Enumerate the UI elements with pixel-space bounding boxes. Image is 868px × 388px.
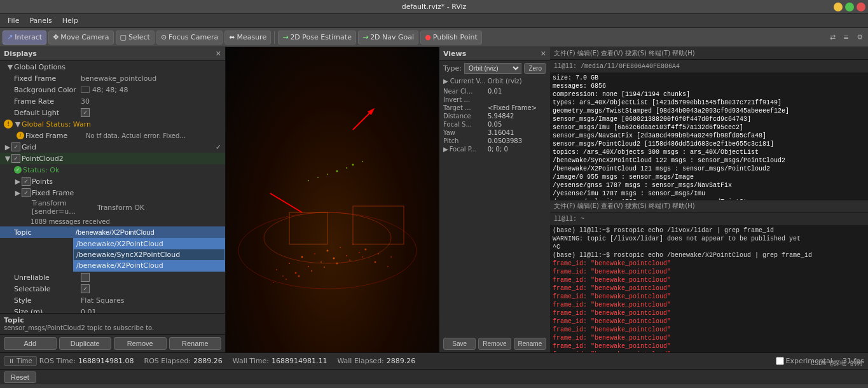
menu-file[interactable]: File	[3, 15, 24, 26]
points-check[interactable]: ✓	[22, 177, 31, 186]
view-prop-distance: Distance 5.94842	[443, 112, 546, 120]
svg-point-25	[324, 267, 325, 268]
distance-label: Distance	[443, 113, 488, 120]
tree-item-fixed-frame-warn[interactable]: ! Fixed Frame No tf data. Actual error: …	[0, 130, 225, 141]
terminal-line-t5: sensor_msgs/NavSatFix [2d3a8cd499b9b4a02…	[553, 132, 865, 140]
experimental-checkbox[interactable]	[776, 357, 784, 365]
svg-point-21	[273, 282, 274, 283]
topic-label: Fixed Frame	[32, 189, 224, 197]
pc2-check[interactable]: ✓	[11, 154, 20, 163]
measure-tool[interactable]: ⬌ Measure	[224, 31, 271, 45]
warn-icon: !	[4, 120, 13, 128]
remove-view-button[interactable]: Remove	[478, 338, 511, 350]
default-light-label: Default Light	[14, 109, 81, 117]
tree-item-topic-selected[interactable]: Topic	[0, 226, 225, 238]
move-camera-tool[interactable]: ✥ Move Camera	[48, 31, 113, 45]
toolbar-extra-icon3[interactable]: ⚙	[854, 32, 865, 43]
terminal-line-size: size: 7.0 GB	[553, 74, 865, 82]
displays-panel-close[interactable]: ✕	[216, 50, 221, 58]
focal-s-value[interactable]: 0.05	[488, 121, 502, 128]
interact-tool[interactable]: ↗ Interact	[3, 31, 46, 45]
add-button[interactable]: Add	[4, 337, 57, 350]
tree-item-status-ok: ✓ Status: Ok	[0, 164, 225, 176]
rename-button[interactable]: Rename	[169, 337, 222, 350]
select-icon: ▢	[120, 33, 127, 41]
pose-estimate-tool[interactable]: → 2D Pose Estimate	[278, 31, 356, 45]
interact-icon: ↗	[7, 33, 13, 41]
near-cl-label: Near Cl...	[443, 88, 488, 95]
minimize-btn[interactable]	[834, 3, 843, 11]
fixed-frame-value[interactable]: benewake_pointcloud	[81, 74, 156, 83]
pitch-value[interactable]: 0.0503983	[488, 137, 522, 144]
tree-item-grid[interactable]: ▶ ✓ Grid ✓	[0, 141, 225, 153]
dropdown-item-2[interactable]: /benewake/SyncX2PointCloud	[74, 249, 224, 260]
tree-item-topic[interactable]: ▶ ✓ Fixed Frame	[0, 187, 225, 198]
terminal-b-line2: WARNING: topic [/livox/lidar] does not a…	[553, 235, 865, 243]
topic-check[interactable]: ✓	[22, 188, 31, 197]
yaw-value[interactable]: 3.16041	[488, 129, 514, 136]
tree-item-points[interactable]: ▶ ✓ Points	[0, 176, 225, 187]
frame-rate-value[interactable]: 30	[81, 97, 90, 106]
dropdown-item-1[interactable]: /benewake/X2PointCloud	[74, 239, 224, 249]
tree-item-global-status[interactable]: ! ▼ Global Status: Warn	[0, 118, 225, 130]
tree-item-bg-color[interactable]: Background Color 48; 48; 48	[0, 84, 225, 95]
view-prop-focal-s: Focal S... 0.05	[443, 120, 546, 128]
tree-item-global-options[interactable]: ▼ Global Options	[0, 61, 225, 73]
select-tool[interactable]: ▢ Select	[116, 31, 155, 45]
reset-button[interactable]: Reset	[4, 371, 36, 383]
tree-item-fixed-frame[interactable]: Fixed Frame benewake_pointcloud	[0, 73, 225, 84]
pc2-label: PointCloud2	[22, 155, 224, 163]
tree-item-style[interactable]: Style Flat Squares	[0, 294, 225, 306]
current-view-header[interactable]: ▶ Current V... Orbit (rviz)	[443, 78, 546, 85]
size-value[interactable]: 0.01	[81, 308, 97, 314]
focus-camera-icon: ⊙	[161, 33, 167, 41]
nav-goal-tool[interactable]: → 2D Nav Goal	[358, 31, 418, 45]
tree-item-unreliable[interactable]: Unreliable	[0, 272, 225, 283]
move-camera-icon: ✥	[53, 33, 59, 41]
terminal-line-image: /image/0 955 msgs : sensor_msgs/Image	[553, 173, 865, 181]
maximize-btn[interactable]	[845, 3, 854, 11]
views-close[interactable]: ✕	[541, 50, 546, 58]
bg-color-swatch[interactable]	[81, 87, 90, 93]
style-value[interactable]: Flat Squares	[81, 296, 124, 305]
save-view-button[interactable]: Save	[443, 338, 476, 350]
unreliable-check[interactable]	[81, 273, 90, 282]
tree-item-default-light[interactable]: Default Light ✓	[0, 107, 225, 118]
fixed-frame-warn-value: No tf data. Actual error: Fixed F...	[86, 132, 188, 139]
tree-item-frame-rate[interactable]: Frame Rate 30	[0, 95, 225, 107]
terminal-b-line8: frame_id: "benewake_pointcloud"	[553, 284, 865, 293]
zero-button[interactable]: Zero	[524, 63, 546, 74]
view-prop-focal-p: ▶ Focal P... 0; 0; 0	[443, 145, 546, 153]
selectable-check[interactable]: ✓	[81, 284, 90, 293]
close-btn[interactable]	[857, 3, 865, 11]
rename-view-button[interactable]: Rename	[514, 338, 546, 350]
terminal-b-line6: frame_id: "benewake_pointcloud"	[553, 268, 865, 276]
tree-item-pointcloud2[interactable]: ▼ ✓ PointCloud2	[0, 153, 225, 164]
fixed-frame-warn-label: Fixed Frame	[25, 132, 86, 140]
duplicate-button[interactable]: Duplicate	[59, 337, 112, 350]
svg-point-15	[320, 261, 322, 263]
near-cl-value[interactable]: 0.01	[488, 88, 502, 95]
topic-dropdown[interactable]: /benewake/X2PointCloud /benewake/SyncX2P…	[73, 238, 225, 272]
menu-help[interactable]: Help	[57, 15, 83, 26]
topic-input[interactable]	[74, 228, 179, 236]
svg-point-33	[346, 167, 347, 169]
tree-item-size[interactable]: Size (m) 0.01	[0, 306, 225, 313]
focal-p-arrow[interactable]: ▶	[443, 146, 448, 153]
menu-panels[interactable]: Panels	[24, 15, 57, 26]
svg-point-24	[311, 270, 312, 272]
distance-value[interactable]: 5.94842	[488, 113, 514, 120]
default-light-check[interactable]: ✓	[81, 108, 90, 117]
toolbar-extra-icon1[interactable]: ⇄	[827, 32, 838, 43]
publish-point-tool[interactable]: ● Publish Point	[420, 31, 482, 45]
remove-button[interactable]: Remove	[114, 337, 167, 350]
focus-camera-tool[interactable]: ⊙ Focus Camera	[156, 31, 223, 45]
svg-point-27	[349, 260, 350, 261]
grid-check[interactable]: ✓	[11, 142, 20, 151]
orbit-type-select[interactable]: Orbit (rviz)	[464, 63, 521, 74]
dropdown-item-3[interactable]: /benewake/X2PointCloud	[74, 260, 224, 271]
toolbar-extra-icon2[interactable]: ≡	[841, 32, 851, 43]
focal-p-value[interactable]: 0; 0; 0	[488, 146, 508, 153]
tree-item-selectable[interactable]: Selectable ✓	[0, 283, 225, 294]
target-value[interactable]: <Fixed Frame>	[488, 104, 537, 111]
